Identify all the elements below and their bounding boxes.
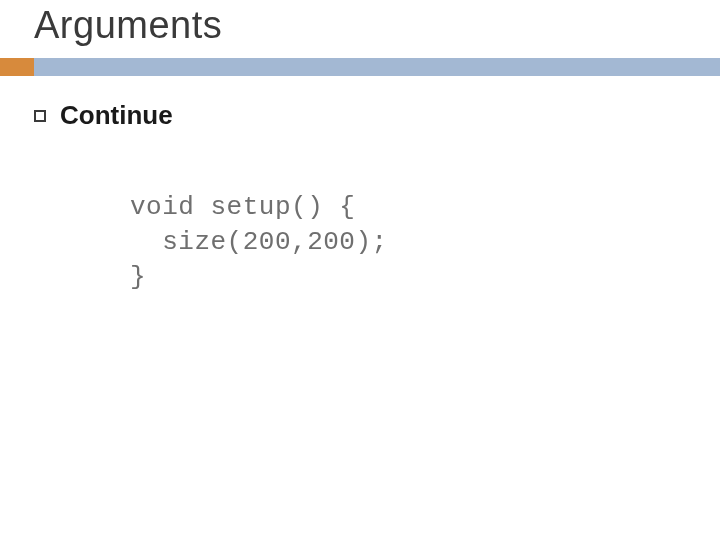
bullet-item: Continue: [34, 100, 173, 131]
square-bullet-icon: [34, 110, 46, 122]
code-line-2: size(200,200);: [130, 227, 388, 257]
code-line-1: void setup() {: [130, 192, 355, 222]
slide: Arguments Continue void setup() { size(2…: [0, 0, 720, 540]
bullet-text: Continue: [60, 100, 173, 131]
title-underline-accent: [0, 58, 34, 76]
code-line-3: }: [130, 262, 146, 292]
slide-title: Arguments: [34, 4, 222, 47]
title-underline-bar: [0, 58, 720, 76]
code-snippet: void setup() { size(200,200); }: [130, 190, 388, 295]
